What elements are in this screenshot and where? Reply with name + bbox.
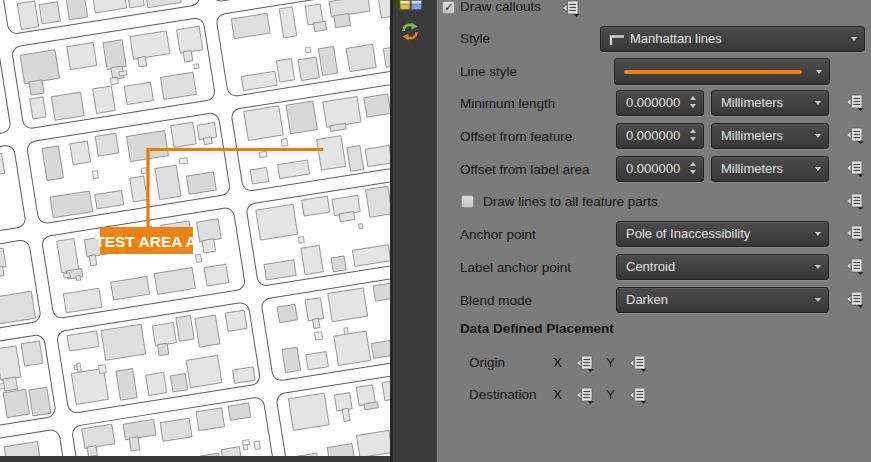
chevron-down-icon <box>815 167 821 171</box>
destination-y-data-defined-button[interactable] <box>626 386 648 404</box>
chevron-down-icon <box>815 298 821 302</box>
qgis-label-callouts-window: { "map": { "label_text": "TEST AREA A", … <box>0 0 871 462</box>
offset-from-feature-unit-combo[interactable]: Millimeters <box>711 123 829 149</box>
anchor-point-value: Pole of Inaccessibility <box>626 222 750 246</box>
line-style-label: Line style <box>460 64 517 79</box>
minimum-length-value: 0.000000 <box>626 91 680 115</box>
draw-callouts-label: Draw callouts <box>460 0 541 14</box>
data-defined-icon <box>843 93 865 111</box>
blend-mode-label: Blend mode <box>460 293 532 308</box>
line-style-swatch <box>624 70 802 74</box>
offset-from-label-area-value: 0.000000 <box>626 157 680 181</box>
blend-mode-dropdown[interactable]: Darken <box>616 287 829 313</box>
callouts-arrows-icon[interactable] <box>399 20 421 44</box>
offset-from-feature-value: 0.000000 <box>626 124 680 148</box>
offset-from-feature-spinbox[interactable]: 0.000000 <box>616 123 704 149</box>
minimum-length-label: Minimum length <box>460 96 555 111</box>
draw-callouts-data-defined-button[interactable] <box>559 0 581 17</box>
style-label: Style <box>460 31 490 46</box>
draw-lines-all-parts-data-defined-button[interactable] <box>843 192 865 210</box>
spinner-arrows-icon[interactable] <box>690 96 696 108</box>
data-defined-icon <box>573 354 595 372</box>
destination-label: Destination <box>469 387 537 402</box>
chevron-down-icon <box>815 134 821 138</box>
line-style-dropdown[interactable] <box>614 58 830 85</box>
map-label-text: TEST AREA A <box>95 233 197 250</box>
minimum-length-unit-combo[interactable]: Millimeters <box>711 90 829 116</box>
destination-x-label: X <box>553 387 562 402</box>
offset-from-label-area-spinbox[interactable]: 0.000000 <box>616 156 704 182</box>
style-dropdown[interactable]: Manhattan lines <box>600 26 865 52</box>
minimum-length-spinbox[interactable]: 0.000000 <box>616 90 704 116</box>
offset-from-label-area-label: Offset from label area <box>460 162 590 177</box>
origin-y-label: Y <box>606 355 615 370</box>
label-anchor-point-value: Centroid <box>626 255 675 279</box>
data-defined-icon <box>843 126 865 144</box>
data-defined-placement-header: Data Defined Placement <box>460 321 614 336</box>
label-anchor-point-label: Label anchor point <box>460 260 571 275</box>
destination-x-data-defined-button[interactable] <box>573 386 595 404</box>
settings-tab-strip <box>390 0 437 462</box>
origin-label: Origin <box>469 355 505 370</box>
map-canvas[interactable]: TEST AREA A <box>0 0 390 462</box>
style-value: Manhattan lines <box>630 27 722 51</box>
minimum-length-data-defined-button[interactable] <box>843 93 865 111</box>
draw-lines-all-parts-checkbox[interactable] <box>461 195 474 208</box>
minimum-length-unit: Millimeters <box>721 91 783 115</box>
data-defined-icon <box>559 0 581 17</box>
anchor-point-dropdown[interactable]: Pole of Inaccessibility <box>616 221 829 247</box>
anchor-point-label: Anchor point <box>460 227 536 242</box>
origin-y-data-defined-button[interactable] <box>626 354 648 372</box>
offset-from-label-area-data-defined-button[interactable] <box>843 159 865 177</box>
data-defined-icon <box>843 192 865 210</box>
manhattan-line-icon <box>609 33 625 46</box>
chevron-down-icon <box>816 70 822 74</box>
data-defined-icon <box>843 159 865 177</box>
draw-lines-all-parts-label: Draw lines to all feature parts <box>483 194 658 209</box>
draw-callouts-checkbox[interactable] <box>442 1 455 14</box>
origin-x-label: X <box>553 355 562 370</box>
destination-y-label: Y <box>606 387 615 402</box>
labels-layers-icon[interactable] <box>399 0 423 12</box>
offset-from-feature-unit: Millimeters <box>721 124 783 148</box>
label-anchor-point-data-defined-button[interactable] <box>843 257 865 275</box>
data-defined-icon <box>626 354 648 372</box>
blend-mode-value: Darken <box>626 288 668 312</box>
offset-from-label-area-unit: Millimeters <box>721 157 783 181</box>
anchor-point-data-defined-button[interactable] <box>843 224 865 242</box>
offset-from-feature-label: Offset from feature <box>460 129 572 144</box>
callouts-settings-panel: Draw callouts Style Manhattan lines Line… <box>437 0 871 462</box>
label-anchor-point-dropdown[interactable]: Centroid <box>616 254 829 280</box>
data-defined-icon <box>626 386 648 404</box>
origin-x-data-defined-button[interactable] <box>573 354 595 372</box>
map-bottom-bar <box>0 456 390 462</box>
offset-from-label-area-unit-combo[interactable]: Millimeters <box>711 156 829 182</box>
offset-from-feature-data-defined-button[interactable] <box>843 126 865 144</box>
chevron-down-icon <box>851 37 857 41</box>
chevron-down-icon <box>815 232 821 236</box>
data-defined-icon <box>843 224 865 242</box>
data-defined-icon <box>573 386 595 404</box>
data-defined-icon <box>843 257 865 275</box>
chevron-down-icon <box>815 265 821 269</box>
map-feature-label: TEST AREA A <box>95 227 197 254</box>
spinner-arrows-icon[interactable] <box>690 162 696 174</box>
blend-mode-data-defined-button[interactable] <box>843 290 865 308</box>
chevron-down-icon <box>815 101 821 105</box>
data-defined-icon <box>843 290 865 308</box>
spinner-arrows-icon[interactable] <box>690 129 696 141</box>
